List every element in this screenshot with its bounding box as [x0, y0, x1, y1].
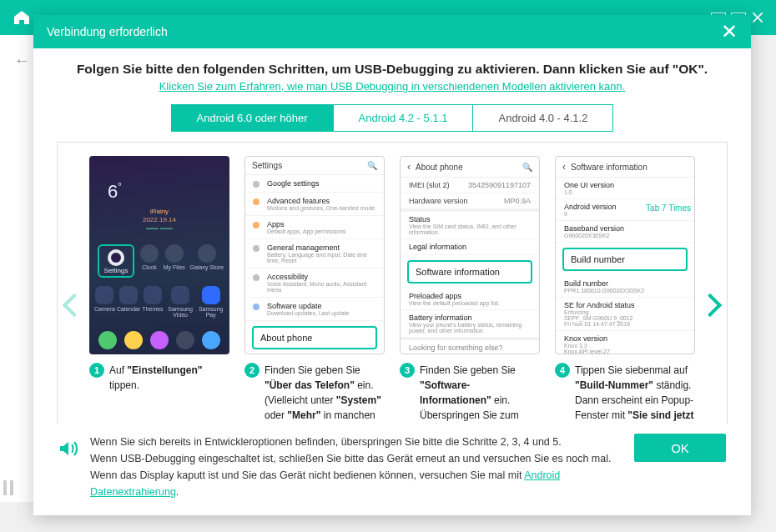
step-1: 6° iRainy 2022.19.14 ━━━ ━━━ Settings Cl… [89, 156, 229, 424]
phone-mock-home: 6° iRainy 2022.19.14 ━━━ ━━━ Settings Cl… [89, 156, 229, 354]
close-icon[interactable]: ✕ [721, 22, 738, 42]
step-number: 1 [89, 363, 104, 378]
learn-more-link[interactable]: Klicken Sie zum Erfahren, wie man USB De… [57, 80, 728, 93]
step-number: 2 [244, 363, 260, 378]
tab-7-times-label: Tab 7 Times [646, 203, 691, 213]
gear-icon [108, 249, 124, 266]
step-2: Settings🔍 Google settings Advanced featu… [244, 156, 385, 424]
headline: Folgen Sie bitte den folgenden Schritten… [57, 62, 728, 77]
phone-mock-software-info: Tab 7 Times ‹Software information One UI… [555, 156, 695, 354]
step-caption: Finden Sie geben Sie "Über das Telefon" … [265, 363, 385, 424]
modal-title: Verbindung erforderlich [47, 25, 168, 38]
highlight-about-phone: About phone [252, 326, 377, 349]
speaker-icon [58, 437, 78, 466]
phone-mock-about: ‹About phone🔍 IMEI (slot 2)3542590911971… [400, 156, 540, 354]
connection-modal: Verbindung erforderlich ✕ Folgen Sie bit… [33, 15, 751, 515]
step-caption: Finden Sie geben Sie "Software-Informati… [420, 363, 540, 424]
step-number: 3 [400, 363, 415, 378]
highlight-software-info: Software information [407, 260, 532, 284]
tab-android-6[interactable]: Android 6.0 oder höher [171, 104, 334, 132]
back-arrow-icon[interactable]: ← [14, 52, 31, 68]
modal-footer: Wenn Sie sich bereits in Entwickleroptio… [33, 424, 751, 515]
step-caption: Auf "Einstellungen" tippen. [109, 363, 229, 393]
window-close[interactable] [751, 13, 766, 23]
home-icon[interactable] [10, 6, 33, 29]
tab-android-42[interactable]: Android 4.2 - 5.1.1 [334, 104, 474, 132]
modal-header: Verbindung erforderlich ✕ [33, 15, 751, 48]
settings-app-icon: Settings [98, 244, 134, 278]
highlight-build-number: Build number [562, 248, 688, 271]
step-3: ‹About phone🔍 IMEI (slot 2)3542590911971… [400, 156, 540, 424]
steps-carousel: 6° iRainy 2022.19.14 ━━━ ━━━ Settings Cl… [57, 142, 728, 424]
carousel-next[interactable] [697, 143, 727, 424]
step-4: Tab 7 Times ‹Software information One UI… [555, 156, 695, 424]
android-version-tabs: Android 6.0 oder höher Android 4.2 - 5.1… [57, 104, 728, 132]
step-number: 4 [555, 363, 570, 378]
phone-mock-settings: Settings🔍 Google settings Advanced featu… [244, 156, 385, 354]
tab-android-40[interactable]: Android 4.0 - 4.1.2 [473, 104, 613, 132]
step-caption: Tippen Sie siebenmal auf "Build-Nummer" … [575, 363, 695, 424]
ok-button[interactable]: OK [634, 434, 726, 462]
footer-text: Wenn Sie sich bereits in Entwickleroptio… [90, 434, 622, 500]
